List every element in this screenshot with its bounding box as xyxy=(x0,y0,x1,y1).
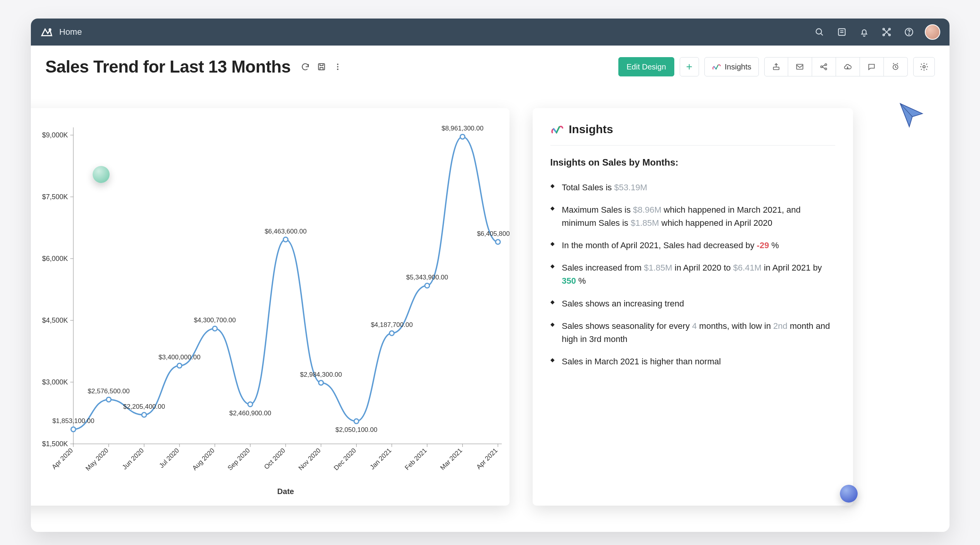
topbar-actions xyxy=(813,24,940,40)
svg-rect-9 xyxy=(318,64,325,70)
page-header: Sales Trend for Last 13 Months Edit Desi… xyxy=(31,46,950,85)
svg-point-11 xyxy=(337,66,339,68)
export-icon[interactable] xyxy=(764,57,788,76)
settings-button[interactable] xyxy=(913,57,935,76)
svg-point-62 xyxy=(71,427,76,432)
content-body: $1,500K$3,000K$4,500K$6,000K$7,500K$9,00… xyxy=(31,85,950,520)
refresh-icon[interactable] xyxy=(300,61,311,72)
title-toolbar xyxy=(300,61,343,72)
svg-point-80 xyxy=(389,331,394,335)
share-icon[interactable] xyxy=(812,57,836,76)
svg-text:Apr 2021: Apr 2021 xyxy=(475,447,499,471)
zia-icon xyxy=(550,124,564,135)
tools-icon[interactable] xyxy=(880,25,893,39)
svg-text:Mar 2021: Mar 2021 xyxy=(438,447,463,471)
help-icon[interactable] xyxy=(902,25,916,39)
top-bar: Home xyxy=(31,19,950,46)
notes-icon[interactable] xyxy=(835,25,848,39)
svg-point-84 xyxy=(460,134,465,139)
nav-home[interactable]: Home xyxy=(59,27,82,37)
svg-point-12 xyxy=(337,69,339,70)
svg-point-82 xyxy=(425,283,429,288)
svg-point-76 xyxy=(318,381,323,385)
svg-text:$4,300,700.00: $4,300,700.00 xyxy=(194,317,236,324)
svg-point-68 xyxy=(177,363,182,368)
edit-design-button[interactable]: Edit Design xyxy=(618,57,674,76)
svg-point-86 xyxy=(496,240,500,244)
svg-text:Feb 2021: Feb 2021 xyxy=(403,447,428,471)
svg-text:Jun 2020: Jun 2020 xyxy=(121,447,145,471)
more-icon[interactable] xyxy=(332,61,343,72)
svg-point-3 xyxy=(883,28,884,30)
insights-button[interactable]: Insights xyxy=(704,57,759,76)
insights-button-label: Insights xyxy=(725,63,752,71)
svg-point-72 xyxy=(248,402,252,407)
svg-text:$9,000K: $9,000K xyxy=(42,131,68,139)
save-icon[interactable] xyxy=(316,61,327,72)
action-button-group xyxy=(764,57,908,76)
insights-panel: Insights Insights on Sales by Months: To… xyxy=(533,108,853,506)
svg-text:$2,576,500.00: $2,576,500.00 xyxy=(88,388,130,395)
insight-item: Sales in March 2021 is higher than norma… xyxy=(550,350,835,373)
add-button[interactable]: + xyxy=(680,57,699,76)
insights-list: Total Sales is $53.19M Maximum Sales is … xyxy=(550,176,835,373)
decoration-sphere-blue xyxy=(840,485,858,503)
avatar[interactable] xyxy=(925,24,940,40)
svg-text:$5,343,900.00: $5,343,900.00 xyxy=(406,274,448,281)
svg-point-19 xyxy=(923,66,925,68)
svg-text:$3,000K: $3,000K xyxy=(42,378,68,386)
svg-point-64 xyxy=(106,397,111,402)
alarm-icon[interactable] xyxy=(884,57,908,76)
svg-point-70 xyxy=(212,326,217,331)
comment-icon[interactable] xyxy=(860,57,884,76)
insights-subtitle: Insights on Sales by Months: xyxy=(550,157,835,168)
svg-point-74 xyxy=(283,237,288,242)
mail-icon[interactable] xyxy=(788,57,812,76)
insight-item: Sales shows seasonality for every 4 mont… xyxy=(550,315,835,350)
svg-text:$6,463,600.00: $6,463,600.00 xyxy=(264,228,306,235)
svg-point-4 xyxy=(889,34,890,36)
svg-point-6 xyxy=(883,34,884,36)
app-window: Home Sales Trend for Last 13 Months Edit… xyxy=(31,19,950,532)
brand xyxy=(40,25,53,39)
svg-text:Apr 2020: Apr 2020 xyxy=(50,447,74,471)
insight-item: Total Sales is $53.19M xyxy=(550,176,835,199)
svg-point-1 xyxy=(816,29,821,34)
zia-icon xyxy=(712,63,721,71)
insights-heading: Insights xyxy=(569,123,613,136)
insight-item: Sales shows an increasing trend xyxy=(550,293,835,315)
svg-text:$8,961,300.00: $8,961,300.00 xyxy=(441,125,483,132)
svg-rect-14 xyxy=(797,64,803,69)
insights-header: Insights xyxy=(550,123,835,146)
svg-text:Jan 2021: Jan 2021 xyxy=(368,447,393,471)
svg-text:Sales: Sales xyxy=(31,279,32,300)
svg-text:Aug 2020: Aug 2020 xyxy=(191,447,216,472)
svg-text:$4,500K: $4,500K xyxy=(42,317,68,324)
svg-text:Date: Date xyxy=(277,487,294,496)
decoration-sphere-green xyxy=(93,166,110,183)
svg-point-66 xyxy=(142,413,146,417)
svg-point-10 xyxy=(337,64,339,65)
svg-text:$1,853,100.00: $1,853,100.00 xyxy=(52,417,94,425)
svg-text:$2,205,400.00: $2,205,400.00 xyxy=(123,403,165,410)
svg-text:$6,405,800.00: $6,405,800.00 xyxy=(477,230,509,237)
svg-text:$2,984,300.00: $2,984,300.00 xyxy=(300,371,342,378)
svg-rect-13 xyxy=(773,67,779,69)
insight-item: Maximum Sales is $8.96M which happened i… xyxy=(550,199,835,234)
svg-text:Jul 2020: Jul 2020 xyxy=(157,447,180,469)
svg-text:Sep 2020: Sep 2020 xyxy=(226,447,251,472)
svg-text:$1,500K: $1,500K xyxy=(42,440,68,448)
cursor-3d-icon xyxy=(896,100,926,131)
svg-point-8 xyxy=(909,34,909,35)
svg-text:Nov 2020: Nov 2020 xyxy=(297,447,322,472)
svg-text:$4,187,700.00: $4,187,700.00 xyxy=(371,321,413,328)
search-icon[interactable] xyxy=(813,25,826,39)
page-title: Sales Trend for Last 13 Months xyxy=(46,57,291,76)
insight-item: In the month of April 2021, Sales had de… xyxy=(550,234,835,257)
brand-logo-icon xyxy=(40,25,53,39)
svg-text:$3,400,000.00: $3,400,000.00 xyxy=(158,354,200,361)
cloud-icon[interactable] xyxy=(836,57,860,76)
svg-text:$6,000K: $6,000K xyxy=(42,255,68,262)
svg-text:Oct 2020: Oct 2020 xyxy=(262,447,286,471)
bell-icon[interactable] xyxy=(858,25,871,39)
